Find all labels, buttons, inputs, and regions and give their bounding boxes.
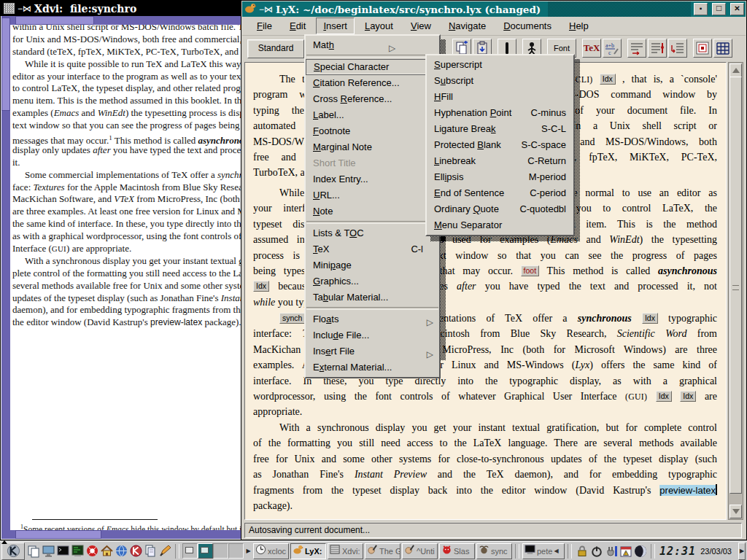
pager-desktop-3[interactable] <box>213 543 228 559</box>
maximize-button[interactable] <box>712 3 726 15</box>
menu-item-insert-file[interactable]: Insert File▷ <box>306 343 439 359</box>
home-icon[interactable] <box>99 543 114 559</box>
taskbar-scroll-icon[interactable]: ▶ <box>245 544 252 559</box>
inset-idx[interactable]: Idx <box>253 281 269 292</box>
tex-mode-button[interactable]: TeX <box>582 39 601 58</box>
scroll-thumb[interactable] <box>729 77 742 494</box>
menu-item-citation-reference[interactable]: Citation Reference... <box>306 75 439 91</box>
insert-figure-icon[interactable] <box>693 39 712 58</box>
taskbar-task-pete[interactable]: pete◀ <box>522 543 565 559</box>
kmenu-button[interactable] <box>1 542 25 560</box>
menubar-item-layout[interactable]: Layout <box>357 18 400 34</box>
sticky-pin-icon[interactable] <box>18 4 31 13</box>
menu-item-ellipsis[interactable]: EllipsisM-period <box>427 169 573 185</box>
inset-idx[interactable]: Idx <box>656 391 672 402</box>
menu-item-graphics[interactable]: Graphics... <box>306 273 439 289</box>
scroll-up-arrow[interactable] <box>729 63 742 77</box>
menu-item-menu-separator[interactable]: Menu Separator <box>427 217 573 233</box>
xdvi-titlebar[interactable]: Xdvi: file:synchro <box>1 1 242 16</box>
close-button[interactable] <box>730 3 744 15</box>
menu-item-external-material[interactable]: External Material... <box>306 359 439 376</box>
menu-item-linebreak[interactable]: LinebreakC-Return <box>427 153 573 169</box>
sticky-pin-icon[interactable] <box>259 5 273 14</box>
menu-item-index-entry[interactable]: Index Entry... <box>306 171 439 187</box>
taskbar-task-unti[interactable]: ^Unti <box>402 543 438 559</box>
calendar-icon[interactable]: ! <box>619 543 633 559</box>
menu-item-subscript[interactable]: Subscript <box>427 73 573 89</box>
inset-synch[interactable]: synch <box>279 313 305 324</box>
browser-icon[interactable] <box>114 543 128 559</box>
moon-icon[interactable] <box>633 543 648 559</box>
xdvi-hscrollbar-top[interactable] <box>10 16 241 25</box>
menu-item-protected-blank[interactable]: Protected BlankS-C-space <box>427 137 573 153</box>
menu-item-note[interactable]: Note <box>306 203 439 219</box>
menubar-item-edit[interactable]: Edit <box>282 18 313 34</box>
taskbar-task-slas[interactable]: Slas <box>439 543 475 559</box>
date-display[interactable]: 23/03/03 <box>699 547 733 556</box>
menu-item-footnote[interactable]: Footnote <box>306 123 439 139</box>
desktop-icon[interactable] <box>41 543 55 559</box>
menu-item-marginal-note[interactable]: Marginal Note <box>306 139 439 155</box>
marginal-note-icon[interactable] <box>648 39 667 58</box>
menu-item-hfill[interactable]: HFill <box>427 89 573 105</box>
math-mode-icon[interactable]: a+bc <box>603 39 622 58</box>
taskbar-task-xcloc[interactable]: xcloc <box>253 543 289 559</box>
layout-selector[interactable]: Standard <box>247 39 304 58</box>
menubar-item-view[interactable]: View <box>403 18 438 34</box>
menubar-item-navigate[interactable]: Navigate <box>441 18 493 34</box>
xdvi-hscroll-thumb-bottom[interactable] <box>15 530 101 539</box>
digital-clock[interactable]: 12:31 <box>658 545 697 558</box>
inset-foot[interactable]: foot <box>521 265 540 276</box>
menu-item-minipage[interactable]: Minipage <box>306 257 439 273</box>
menu-item-lists-toc[interactable]: Lists & TOC <box>306 225 439 241</box>
insert-table-icon[interactable] <box>713 39 732 58</box>
menu-item-math[interactable]: Math▷ <box>306 37 439 53</box>
xdvi-vscrollbar[interactable] <box>1 16 10 539</box>
depth-icon[interactable] <box>668 39 687 58</box>
minimize-button[interactable] <box>694 3 708 15</box>
documents-icon[interactable] <box>143 543 158 559</box>
panel-hide-button[interactable]: ▶ <box>738 542 746 560</box>
menu-item-tex[interactable]: TeXC-l <box>306 241 439 257</box>
pager-desktop-4[interactable] <box>228 543 244 559</box>
scroll-down-arrow[interactable] <box>729 505 742 518</box>
menubar-item-file[interactable]: File <box>249 18 279 34</box>
window-list-icon[interactable] <box>26 543 41 559</box>
taskbar-task-sync[interactable]: sync <box>476 543 512 559</box>
console-icon[interactable] <box>55 543 70 559</box>
menu-item-cross-reference[interactable]: Cross Reference... <box>306 91 439 107</box>
footnote-icon[interactable] <box>627 39 646 58</box>
pager-desktop-2[interactable] <box>198 543 213 559</box>
taskbar-task-xdvi[interactable]: Xdvi: <box>328 543 363 559</box>
document-scrollbar[interactable] <box>728 62 743 520</box>
menu-item-floats[interactable]: Floats▷ <box>306 311 439 327</box>
xdvi-vscroll-thumb[interactable] <box>1 18 10 111</box>
pager-desktop-1[interactable] <box>182 543 198 559</box>
text-segment[interactable]: preview-latex <box>659 485 716 496</box>
menu-item-label[interactable]: Label... <box>306 107 439 123</box>
inset-idx[interactable]: Idx <box>680 391 696 402</box>
terminal-icon[interactable] <box>70 543 85 559</box>
menu-item-hyphenation-point[interactable]: Hyphenation PointC-minus <box>427 105 573 121</box>
inset-idx[interactable]: Idx <box>600 74 616 85</box>
menubar-item-documents[interactable]: Documents <box>496 18 559 34</box>
inset-idx[interactable]: Idx <box>642 313 658 324</box>
editor-icon[interactable] <box>158 543 172 559</box>
klipper-icon[interactable] <box>604 543 619 559</box>
xdvi-hscrollbar-bottom[interactable] <box>10 530 241 539</box>
menu-item-ligature-break[interactable]: Ligature BreakS-C-L <box>427 121 573 137</box>
taskbar-task-the-g[interactable]: The G <box>365 543 400 559</box>
menu-item-include-file[interactable]: Include File... <box>306 327 439 343</box>
taskbar-task-lyx[interactable]: LyX: <box>290 543 326 559</box>
kapp-icon[interactable] <box>128 543 143 559</box>
menubar-item-help[interactable]: Help <box>562 18 596 34</box>
menu-item-end-of-sentence[interactable]: End of SentenceC-period <box>427 185 573 201</box>
desktop-pager[interactable] <box>182 543 244 559</box>
menubar-item-insert[interactable]: Insert <box>316 18 355 34</box>
menu-item-url[interactable]: URL... <box>306 187 439 203</box>
menu-item-superscript[interactable]: Superscript <box>427 57 573 73</box>
lyx-titlebar[interactable]: LyX: ~/doc/beginlatex/src/synchro.lyx (c… <box>242 1 746 17</box>
xdvi-hscroll-thumb[interactable] <box>15 16 94 25</box>
power-icon[interactable] <box>589 543 604 559</box>
menu-item-ordinary-quote[interactable]: Ordinary QuoteC-quotedbl <box>427 201 573 217</box>
